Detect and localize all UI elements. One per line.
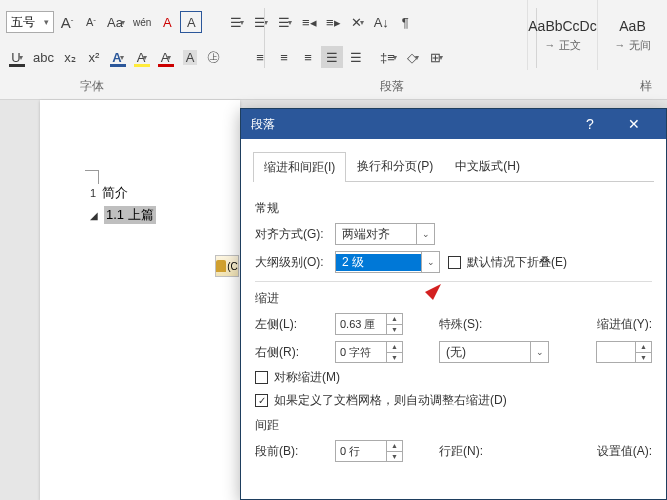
doc-line-1[interactable]: 1 简介 [90, 184, 220, 202]
collapse-checkbox[interactable]: 默认情况下折叠(E) [448, 254, 567, 271]
borders-button[interactable]: ⊞▾ [426, 46, 448, 68]
font-color-button[interactable]: A▾ [155, 46, 177, 68]
section-spacing: 间距 [255, 417, 652, 434]
label-setval: 设置值(A): [597, 443, 652, 460]
outline-level-select[interactable]: 2 级 ⌄ [335, 251, 440, 273]
chevron-down-icon: ▾ [44, 17, 49, 27]
label-before: 段前(B): [255, 443, 327, 460]
show-marks-button[interactable]: ¶ [394, 11, 416, 33]
up-arrow-icon[interactable]: ▲ [387, 314, 402, 325]
close-button[interactable]: ✕ [612, 109, 656, 139]
group-label-font: 字体 [80, 78, 104, 95]
before-spacing-spinner[interactable]: 0 行 ▲▼ [335, 440, 403, 462]
separator [264, 8, 265, 68]
shrink-font-button[interactable]: Aˇ [80, 11, 102, 33]
document-page: 1 简介 ◢ 1.1 上篇 (C [40, 100, 240, 500]
bullets-button[interactable]: ☰▾ [226, 11, 248, 33]
alignment-select[interactable]: 两端对齐 ⌄ [335, 223, 435, 245]
paste-options-button[interactable]: (C [215, 255, 239, 277]
styles-gallery: AaBbCcDc → 正文 AaB → 无间 [527, 0, 667, 70]
increase-indent-button[interactable]: ≡▸ [322, 11, 344, 33]
separator [255, 281, 652, 282]
margin-corner-icon [85, 170, 99, 184]
group-label-style: 样 [640, 78, 652, 95]
chevron-down-icon: ⌄ [416, 224, 434, 244]
up-arrow-icon[interactable]: ▲ [387, 342, 402, 353]
line-spacing-button[interactable]: ‡≡▾ [377, 46, 400, 68]
ribbon: 五号 ▾ Aˆ Aˇ Aa▾ wén A A ☰▾ ☰▾ ☰▾ ≡◂ ≡▸ ✕▾… [0, 0, 667, 100]
label-left-indent: 左侧(L): [255, 316, 327, 333]
dialog-titlebar: 段落 ? ✕ [241, 109, 666, 139]
dialog-title: 段落 [251, 116, 275, 133]
section-general: 常规 [255, 200, 652, 217]
text-effects-button[interactable]: A▾ [107, 46, 129, 68]
style-normal[interactable]: AaBbCcDc → 正文 [527, 0, 597, 70]
checkbox-icon [255, 371, 268, 384]
label-linespace: 行距(N): [439, 443, 483, 460]
align-center-button[interactable]: ≡ [273, 46, 295, 68]
chevron-down-icon: ⌄ [421, 252, 439, 272]
label-outline-level: 大纲级别(O): [255, 254, 327, 271]
dialog-tabs: 缩进和间距(I) 换行和分页(P) 中文版式(H) [253, 151, 654, 182]
checkbox-icon [448, 256, 461, 269]
checkbox-checked-icon: ✓ [255, 394, 268, 407]
down-arrow-icon[interactable]: ▼ [387, 353, 402, 363]
multilevel-button[interactable]: ☰▾ [274, 11, 296, 33]
collapse-triangle-icon: ◢ [90, 210, 98, 221]
shading-button[interactable]: ◇▾ [402, 46, 424, 68]
right-indent-spinner[interactable]: 0 字符 ▲▼ [335, 341, 403, 363]
grid-indent-checkbox[interactable]: ✓ 如果定义了文档网格，则自动调整右缩进(D) [255, 392, 507, 409]
underline-button[interactable]: U▾ [6, 46, 28, 68]
align-right-button[interactable]: ≡ [297, 46, 319, 68]
label-right-indent: 右侧(R): [255, 344, 327, 361]
tab-indent-spacing[interactable]: 缩进和间距(I) [253, 152, 346, 182]
label-special: 特殊(S): [439, 316, 482, 333]
chevron-down-icon: ⌄ [530, 342, 548, 362]
paragraph-dialog: 段落 ? ✕ 缩进和间距(I) 换行和分页(P) 中文版式(H) 常规 对齐方式… [240, 108, 667, 500]
clear-format-button[interactable]: A [156, 11, 178, 33]
align-justify-button[interactable]: ☰ [321, 46, 343, 68]
char-border-button[interactable]: A [180, 11, 202, 33]
group-label-paragraph: 段落 [380, 78, 404, 95]
grow-font-button[interactable]: Aˆ [56, 11, 78, 33]
doc-line-2[interactable]: ◢ 1.1 上篇 [90, 206, 220, 224]
dialog-body: 常规 对齐方式(G): 两端对齐 ⌄ 大纲级别(O): 2 级 ⌄ 默认情况下折… [241, 182, 666, 478]
style-no-spacing[interactable]: AaB → 无间 [597, 0, 667, 70]
label-indent-value: 缩进值(Y): [597, 316, 652, 333]
up-arrow-icon[interactable]: ▲ [387, 441, 402, 452]
left-indent-spinner[interactable]: 0.63 厘 ▲▼ [335, 313, 403, 335]
char-shading-button[interactable]: A [179, 46, 201, 68]
section-indent: 缩进 [255, 290, 652, 307]
distribute-button[interactable]: ☰ [345, 46, 367, 68]
label-alignment: 对齐方式(G): [255, 226, 327, 243]
superscript-button[interactable]: x² [83, 46, 105, 68]
align-left-button[interactable]: ≡ [249, 46, 271, 68]
font-size-select[interactable]: 五号 ▾ [6, 11, 54, 33]
numbering-button[interactable]: ☰▾ [250, 11, 272, 33]
clipboard-icon [216, 260, 226, 272]
help-button[interactable]: ? [568, 109, 612, 139]
down-arrow-icon[interactable]: ▼ [387, 325, 402, 335]
sort-button[interactable]: A↓ [370, 11, 392, 33]
mirror-indent-checkbox[interactable]: 对称缩进(M) [255, 369, 340, 386]
down-arrow-icon[interactable]: ▼ [387, 452, 402, 462]
highlight-button[interactable]: A▾ [131, 46, 153, 68]
tab-line-page-breaks[interactable]: 换行和分页(P) [346, 151, 444, 181]
subscript-button[interactable]: x₂ [59, 46, 81, 68]
font-size-value: 五号 [11, 14, 35, 31]
down-arrow-icon[interactable]: ▼ [636, 353, 651, 363]
special-indent-select[interactable]: (无) ⌄ [439, 341, 549, 363]
change-case-button[interactable]: Aa▾ [104, 11, 128, 33]
phonetic-button[interactable]: wén [130, 11, 154, 33]
enclose-button[interactable]: ㊤ [203, 46, 225, 68]
tab-asian-typography[interactable]: 中文版式(H) [444, 151, 531, 181]
up-arrow-icon[interactable]: ▲ [636, 342, 651, 353]
indent-value-spinner[interactable]: ▲▼ [596, 341, 652, 363]
decrease-indent-button[interactable]: ≡◂ [298, 11, 320, 33]
strike-button[interactable]: abc [30, 46, 57, 68]
asian-layout-button[interactable]: ✕▾ [346, 11, 368, 33]
